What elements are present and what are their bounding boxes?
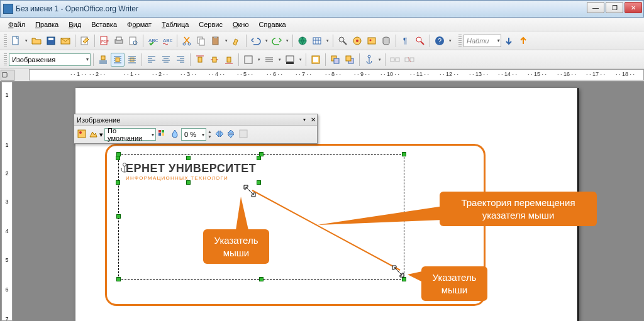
- table-button[interactable]: [310, 34, 324, 48]
- resize-handle-s[interactable]: [259, 277, 264, 281]
- wrap-on-button[interactable]: [111, 53, 125, 67]
- spinner-down[interactable]: ▼: [208, 134, 212, 139]
- dropdown-icon[interactable]: ▾: [99, 131, 103, 139]
- align-left-button[interactable]: [145, 53, 158, 67]
- minimize-button[interactable]: —: [587, 2, 604, 13]
- help-button[interactable]: ?: [433, 34, 447, 48]
- new-doc-button[interactable]: [9, 34, 23, 48]
- menu-файл[interactable]: Файл: [4, 19, 30, 30]
- img-handle[interactable]: [116, 180, 120, 185]
- dropdown-icon[interactable]: ▾: [377, 57, 382, 62]
- copy-button[interactable]: [194, 34, 208, 48]
- dropdown-icon[interactable]: ▾: [447, 38, 453, 43]
- style-select[interactable]: Изображения: [9, 53, 91, 66]
- find-input[interactable]: Найти: [464, 35, 501, 47]
- zoom-button[interactable]: [413, 34, 427, 48]
- frame-properties-button[interactable]: [309, 53, 323, 67]
- borders-button[interactable]: [242, 53, 255, 67]
- save-button[interactable]: [44, 34, 58, 48]
- align-middle-button[interactable]: [208, 53, 221, 67]
- datasources-button[interactable]: [379, 34, 393, 48]
- menu-вид[interactable]: Вид: [64, 19, 86, 30]
- toolbar-grip[interactable]: [4, 35, 7, 47]
- dropdown-icon[interactable]: ▾: [256, 57, 262, 62]
- link-frames-button[interactable]: [388, 53, 402, 67]
- img-handle[interactable]: [116, 156, 120, 160]
- close-icon[interactable]: ✕: [311, 116, 316, 123]
- send-back-button[interactable]: [343, 53, 357, 67]
- toolbar-grip[interactable]: [458, 35, 462, 47]
- transparency-button[interactable]: [170, 129, 180, 140]
- find-next-button[interactable]: [502, 34, 516, 48]
- menu-формат[interactable]: Формат: [123, 19, 156, 30]
- anchor-button[interactable]: [362, 53, 376, 67]
- menu-таблица[interactable]: Таблица: [157, 19, 193, 30]
- dropdown-icon[interactable]: ▾: [223, 38, 229, 43]
- open-button[interactable]: [30, 34, 43, 48]
- paste-button[interactable]: [209, 34, 223, 48]
- redo-button[interactable]: [270, 34, 284, 48]
- dropdown-icon[interactable]: ▾: [277, 57, 282, 62]
- format-paintbrush-button[interactable]: [230, 34, 243, 48]
- align-top-button[interactable]: [193, 53, 207, 67]
- align-right-button[interactable]: [174, 53, 187, 67]
- navigator-button[interactable]: [350, 34, 364, 48]
- pin-icon[interactable]: ▾: [303, 117, 306, 122]
- menu-правка[interactable]: Правка: [31, 19, 63, 30]
- dropdown-icon[interactable]: ▾: [23, 38, 29, 43]
- flip-v-button[interactable]: [226, 129, 236, 140]
- dropdown-icon[interactable]: ▾: [284, 38, 290, 43]
- close-button[interactable]: ✕: [625, 2, 642, 13]
- filter-button[interactable]: [77, 129, 87, 140]
- wrap-off-button[interactable]: [96, 53, 110, 67]
- horizontal-ruler[interactable]: · · 1 · ·· · 2 · ·· · 1 · ·· · 2 · ·· · …: [29, 69, 644, 80]
- email-button[interactable]: [58, 34, 72, 48]
- cut-button[interactable]: [180, 34, 194, 48]
- border-color-button[interactable]: [283, 53, 297, 67]
- nonprinting-chars-button[interactable]: ¶: [399, 34, 413, 48]
- menu-сервис[interactable]: Сервис: [194, 19, 227, 30]
- img-handle[interactable]: [186, 180, 191, 185]
- gallery-button[interactable]: [365, 34, 379, 48]
- edit-button[interactable]: [78, 34, 92, 48]
- wrap-through-button[interactable]: [125, 53, 139, 67]
- dropdown-icon[interactable]: ▾: [264, 38, 269, 43]
- export-pdf-button[interactable]: PDF: [97, 34, 111, 48]
- graphics-mode-button[interactable]: [88, 129, 98, 140]
- print-button[interactable]: [112, 34, 126, 48]
- flip-h-button[interactable]: [214, 129, 225, 140]
- hyperlink-button[interactable]: [296, 34, 309, 48]
- find-prev-button[interactable]: [516, 34, 530, 48]
- resize-handle-sw[interactable]: [116, 277, 121, 281]
- image-toolbar-title[interactable]: Изображение ▾ ✕: [74, 114, 317, 126]
- image-toolbar[interactable]: Изображение ▾ ✕ ▾ По умолчании 0 % ▲▼: [74, 114, 318, 144]
- find-button[interactable]: [336, 34, 350, 48]
- graphics-mode-select[interactable]: По умолчании: [104, 128, 156, 141]
- img-handle[interactable]: [186, 156, 191, 160]
- svg-rect-43: [334, 58, 339, 63]
- vertical-ruler[interactable]: 11234567: [1, 82, 13, 321]
- frame-props-button[interactable]: [238, 129, 248, 140]
- dropdown-icon[interactable]: ▾: [325, 38, 330, 43]
- menu-вставка[interactable]: Вставка: [87, 19, 121, 30]
- dropdown-icon[interactable]: ▾: [297, 57, 303, 62]
- spinner-up[interactable]: ▲: [208, 129, 212, 134]
- align-bottom-button[interactable]: [222, 53, 236, 67]
- resize-handle-w[interactable]: [116, 214, 121, 219]
- toolbar-grip[interactable]: [4, 53, 7, 66]
- color-button[interactable]: [157, 129, 167, 140]
- undo-button[interactable]: [249, 34, 263, 48]
- auto-spellcheck-button[interactable]: ABC: [160, 34, 174, 48]
- transparency-value[interactable]: 0 %: [181, 128, 206, 141]
- maximize-button[interactable]: ❐: [606, 2, 623, 13]
- print-preview-button[interactable]: [126, 34, 140, 48]
- resize-handle-ne[interactable]: [402, 152, 406, 156]
- menu-окно[interactable]: Окно: [228, 19, 253, 30]
- align-center-button[interactable]: [159, 53, 173, 67]
- bring-front-button[interactable]: [328, 53, 342, 67]
- menu-справка[interactable]: Справка: [255, 19, 291, 30]
- img-handle[interactable]: [257, 156, 261, 160]
- spellcheck-button[interactable]: ABC: [146, 34, 160, 48]
- border-style-button[interactable]: [262, 53, 276, 67]
- unlink-frames-button[interactable]: [402, 53, 416, 67]
